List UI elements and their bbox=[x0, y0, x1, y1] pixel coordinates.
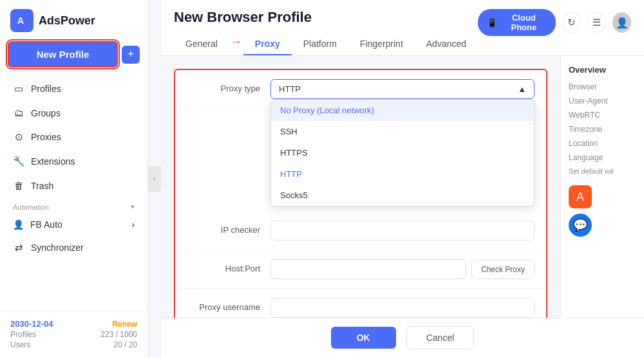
page-title: New Browser Profile bbox=[174, 9, 478, 33]
logo-area: A AdsPower bbox=[0, 0, 147, 41]
sidebar-item-fb-auto[interactable]: 👤 FB Auto › bbox=[0, 214, 147, 235]
form-footer: OK Cancel bbox=[161, 318, 644, 357]
proxy-username-input[interactable] bbox=[270, 298, 535, 318]
sidebar: A AdsPower New Profile + ▭ Profiles 🗂 Gr… bbox=[0, 0, 148, 357]
header-left: New Browser Profile General → Proxy Plat… bbox=[174, 9, 478, 55]
set-default-val-label: Set default val bbox=[569, 167, 636, 175]
form-section: Proxy type HTTP ▲ No Proxy (Local networ… bbox=[161, 56, 560, 318]
proxy-username-control bbox=[270, 298, 535, 318]
host-port-row: Host:Port Check Proxy bbox=[175, 250, 546, 289]
sidebar-item-trash[interactable]: 🗑 Trash bbox=[0, 174, 147, 197]
sidebar-item-proxies-label: Proxies bbox=[31, 132, 61, 142]
proxy-username-label: Proxy username bbox=[187, 298, 270, 312]
ip-checker-input[interactable] bbox=[270, 221, 535, 241]
new-profile-area: New Profile + bbox=[8, 41, 140, 68]
sidebar-item-synchronizer[interactable]: ⇄ Synchronizer bbox=[0, 235, 147, 260]
new-profile-plus-button[interactable]: + bbox=[122, 46, 140, 64]
tab-advanced[interactable]: Advanced bbox=[415, 33, 478, 55]
synchronizer-icon: ⇄ bbox=[13, 242, 24, 253]
tab-proxy[interactable]: Proxy bbox=[243, 33, 292, 55]
host-port-input[interactable] bbox=[270, 259, 466, 279]
proxy-type-select[interactable]: HTTP ▲ bbox=[270, 79, 535, 99]
sidebar-item-fb-auto-label: FB Auto bbox=[30, 219, 62, 230]
tab-arrow-icon: → bbox=[231, 35, 242, 49]
sidebar-item-proxies[interactable]: ⊙ Proxies bbox=[0, 125, 147, 149]
dropdown-item-no-proxy[interactable]: No Proxy (Local network) bbox=[271, 100, 534, 121]
sidebar-item-trash-label: Trash bbox=[31, 181, 53, 191]
ip-checker-label: IP checker bbox=[187, 221, 270, 235]
trash-icon: 🗑 bbox=[13, 180, 24, 191]
list-icon-button[interactable]: ☰ bbox=[587, 12, 606, 33]
sidebar-item-profiles[interactable]: ▭ Profiles bbox=[0, 77, 147, 101]
footer-users-label: Users bbox=[10, 340, 30, 349]
extensions-icon: 🔧 bbox=[13, 156, 24, 167]
proxy-type-control: HTTP ▲ No Proxy (Local network) SSH HTTP… bbox=[270, 79, 535, 99]
avatar[interactable]: 👤 bbox=[612, 12, 631, 33]
dropdown-item-https[interactable]: HTTPS bbox=[271, 142, 534, 163]
footer-profiles-value: 223 / 1000 bbox=[100, 330, 137, 339]
check-proxy-button[interactable]: Check Proxy bbox=[471, 260, 535, 279]
tab-fingerprint[interactable]: Fingerprint bbox=[348, 33, 415, 55]
logo-icon: A bbox=[10, 9, 33, 32]
overview-panel: Overview Browser User-Agent WebRTC Timez… bbox=[560, 56, 644, 318]
adpower-icon-button[interactable]: A bbox=[569, 185, 592, 208]
profiles-icon: ▭ bbox=[13, 83, 24, 95]
tab-general[interactable]: General bbox=[174, 33, 229, 55]
overview-webrtc: WebRTC bbox=[569, 111, 636, 120]
footer-users-value: 20 / 20 bbox=[113, 340, 137, 349]
cancel-button[interactable]: Cancel bbox=[406, 326, 475, 349]
overview-timezone: Timezone bbox=[569, 125, 636, 134]
footer-profiles-label: Profiles bbox=[10, 330, 36, 339]
tab-platform[interactable]: Platform bbox=[292, 33, 348, 55]
fb-auto-arrow-icon: › bbox=[131, 219, 135, 230]
chat-icon-button[interactable]: 💬 bbox=[569, 214, 592, 237]
overview-user-agent: User-Agent bbox=[569, 96, 636, 105]
sidebar-nav: ▭ Profiles 🗂 Groups ⊙ Proxies 🔧 Extensio… bbox=[0, 74, 147, 311]
sidebar-item-synchronizer-label: Synchronizer bbox=[31, 243, 84, 253]
overview-language: Language bbox=[569, 153, 636, 162]
header-right: 📱 Cloud Phone ↻ ☰ 👤 bbox=[478, 9, 631, 44]
automation-divider: Automation ▾ bbox=[0, 197, 147, 214]
cloud-phone-icon: 📱 bbox=[487, 18, 497, 28]
sidebar-item-groups[interactable]: 🗂 Groups bbox=[0, 101, 147, 125]
fb-auto-icon: 👤 bbox=[13, 219, 24, 230]
footer-users-row: Users 20 / 20 bbox=[10, 340, 137, 349]
svg-text:A: A bbox=[17, 15, 24, 26]
host-port-label: Host:Port bbox=[187, 259, 270, 273]
ip-checker-control bbox=[270, 221, 535, 241]
overview-browser: Browser bbox=[569, 82, 636, 91]
sidebar-item-profiles-label: Profiles bbox=[31, 84, 61, 94]
new-profile-button[interactable]: New Profile bbox=[8, 41, 118, 68]
sidebar-item-extensions[interactable]: 🔧 Extensions bbox=[0, 149, 147, 174]
sidebar-item-groups-label: Groups bbox=[31, 108, 61, 118]
overview-title: Overview bbox=[569, 65, 636, 75]
sidebar-collapse-button[interactable]: ‹ bbox=[148, 166, 161, 192]
proxy-type-dropdown: No Proxy (Local network) SSH HTTPS HTTP … bbox=[270, 99, 535, 206]
ok-button[interactable]: OK bbox=[331, 327, 396, 349]
main-area: New Browser Profile General → Proxy Plat… bbox=[161, 0, 644, 357]
proxy-type-label: Proxy type bbox=[187, 79, 270, 93]
refresh-icon-button[interactable]: ↻ bbox=[562, 12, 581, 33]
dropdown-item-socks5[interactable]: Socks5 bbox=[271, 185, 534, 206]
dropdown-item-http[interactable]: HTTP bbox=[271, 163, 534, 185]
tabs: General → Proxy Platform Fingerprint Adv… bbox=[174, 33, 478, 55]
footer-renew-button[interactable]: Renew bbox=[112, 320, 137, 329]
sidebar-item-extensions-label: Extensions bbox=[31, 156, 75, 167]
main-header: New Browser Profile General → Proxy Plat… bbox=[161, 0, 644, 56]
overview-location: Location bbox=[569, 139, 636, 148]
footer-profiles-row: Profiles 223 / 1000 bbox=[10, 330, 137, 339]
proxy-form-panel: Proxy type HTTP ▲ No Proxy (Local networ… bbox=[174, 69, 547, 318]
host-port-control: Check Proxy bbox=[270, 259, 535, 279]
groups-icon: 🗂 bbox=[13, 107, 24, 118]
proxies-icon: ⊙ bbox=[13, 131, 24, 143]
content-area: Proxy type HTTP ▲ No Proxy (Local networ… bbox=[161, 56, 644, 318]
dropdown-item-ssh[interactable]: SSH bbox=[271, 121, 534, 142]
ip-checker-row: IP checker bbox=[175, 212, 546, 250]
footer-date: 2030-12-04 bbox=[10, 319, 53, 329]
chevron-up-icon: ▲ bbox=[518, 84, 526, 94]
app-name: AdsPower bbox=[39, 14, 95, 28]
cloud-phone-button[interactable]: 📱 Cloud Phone bbox=[478, 9, 556, 36]
proxy-username-row: Proxy username bbox=[175, 289, 546, 318]
proxy-type-row: Proxy type HTTP ▲ No Proxy (Local networ… bbox=[175, 70, 546, 109]
sidebar-footer: 2030-12-04 Renew Profiles 223 / 1000 Use… bbox=[0, 311, 147, 357]
